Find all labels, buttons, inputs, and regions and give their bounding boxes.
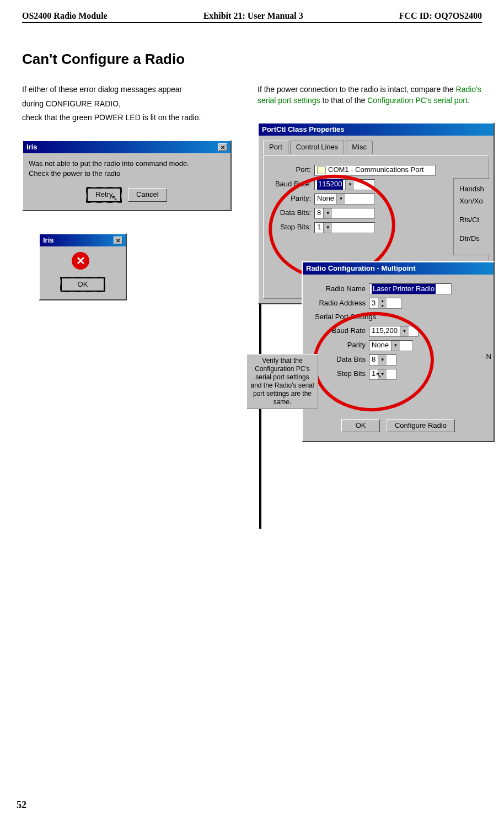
portctl-title: PortCtl Class Properties xyxy=(262,125,345,135)
port-value: COM1 - Communications Port xyxy=(328,165,423,175)
error-dialog-2-title: Iris xyxy=(43,235,54,245)
spinner-icon[interactable]: ▲▼ xyxy=(378,298,387,308)
xonxoff-label: Xon/Xo xyxy=(459,196,489,206)
right-intro-post: . xyxy=(468,96,470,105)
radio-stop-bits-label: Stop Bits xyxy=(319,369,369,379)
note-line-4: and the Radio's serial xyxy=(248,382,317,390)
left-paragraph-2: during CONFIGURE RADIO, xyxy=(22,99,246,110)
radio-address-value: 3 xyxy=(372,298,376,308)
link-pc-serial-port[interactable]: Configuration PC's serial port xyxy=(367,96,468,105)
page-number: 52 xyxy=(17,799,26,811)
error-dialog-2: Iris ✕ ✕ OK xyxy=(39,233,127,300)
radio-data-bits-value: 8 xyxy=(372,354,376,364)
section-title: Can't Configure a Radio xyxy=(22,51,482,68)
tab-port[interactable]: Port xyxy=(263,141,288,153)
radio-baud-combo[interactable]: 115,200 ▼ xyxy=(369,326,419,337)
portctl-titlebar[interactable]: PortCtl Class Properties xyxy=(259,123,494,136)
error-dialog-2-titlebar[interactable]: Iris ✕ xyxy=(40,234,126,246)
left-paragraph-1: If either of these error dialog messages… xyxy=(22,84,246,95)
configure-radio-button[interactable]: Configure Radio xyxy=(387,419,455,432)
chevron-down-icon[interactable]: ▼ xyxy=(400,326,409,336)
stop-bits-label: Stop Bits: xyxy=(269,222,314,232)
port-icon xyxy=(317,166,326,174)
chevron-down-icon[interactable]: ▼ xyxy=(323,223,332,233)
tab-misc[interactable]: Misc xyxy=(346,141,373,153)
radio-stop-bits-combo[interactable]: 1 ▼ xyxy=(369,369,396,380)
page-header: OS2400 Radio Module Exhibit 21: User Man… xyxy=(22,11,482,23)
note-line-1: Verify that the xyxy=(248,357,317,365)
note-line-3: serial port settings xyxy=(248,373,317,382)
close-icon[interactable]: ✕ xyxy=(218,143,227,151)
baud-label: Baud Rate: xyxy=(269,179,314,189)
left-paragraph-3: check that the green POWER LED is lit on… xyxy=(22,112,246,123)
error-dialog-1-msg1: Was not able to put the radio into comma… xyxy=(29,159,225,169)
right-mode-label: N xyxy=(486,352,491,362)
radio-data-bits-combo[interactable]: 8 ▼ xyxy=(369,354,396,366)
right-intro-mid: to that of the xyxy=(320,96,368,105)
note-line-5: port settings are the xyxy=(248,390,317,398)
error-dialog-1-msg2: Check the power to the radio xyxy=(29,169,225,179)
data-bits-value: 8 xyxy=(317,208,321,218)
port-combo[interactable]: COM1 - Communications Port xyxy=(314,165,436,176)
baud-combo[interactable]: 115200 ▼ xyxy=(314,179,375,190)
radio-address-label: Radio Address xyxy=(308,298,369,308)
chevron-down-icon[interactable]: ▼ xyxy=(345,180,354,190)
chevron-down-icon[interactable]: ▼ xyxy=(336,194,345,204)
chevron-down-icon[interactable]: ▼ xyxy=(323,208,332,218)
right-intro: If the power connection to the radio is … xyxy=(258,84,482,106)
rtscts-label: Rts/Ct xyxy=(459,215,489,225)
right-intro-pre: If the power connection to the radio is … xyxy=(258,85,456,94)
radio-address-field[interactable]: 3 ▲▼ xyxy=(369,298,402,309)
baud-value: 115200 xyxy=(317,179,343,189)
error-dialog-1: Iris ✕ Was not able to put the radio int… xyxy=(22,140,232,211)
header-center: Exhibit 21: User Manual 3 xyxy=(203,11,303,21)
ok-button[interactable]: OK xyxy=(341,419,380,432)
chevron-down-icon[interactable]: ▼ xyxy=(378,355,387,365)
parity-value: None xyxy=(317,194,334,203)
close-icon[interactable]: ✕ xyxy=(114,237,122,244)
error-dialog-1-title: Iris xyxy=(26,142,37,152)
note-line-2: Configuration PC's xyxy=(248,365,317,373)
stop-bits-value: 1 xyxy=(317,222,321,232)
radio-data-bits-label: Data Bits xyxy=(319,354,369,364)
chevron-down-icon[interactable]: ▼ xyxy=(391,341,400,351)
header-left: OS2400 Radio Module xyxy=(22,11,108,21)
data-bits-label: Data Bits: xyxy=(269,208,314,218)
cancel-button[interactable]: Cancel xyxy=(128,188,167,201)
serial-port-settings-group: Serial Port Settings xyxy=(315,312,488,322)
stop-bits-combo[interactable]: 1 ▼ xyxy=(314,222,375,233)
note-line-6: same. xyxy=(248,398,317,406)
parity-label: Parity: xyxy=(269,194,314,203)
handshake-label: Handsh xyxy=(459,184,489,194)
port-label: Port: xyxy=(269,165,314,175)
radio-parity-label: Parity xyxy=(319,340,369,350)
verify-note: Verify that the Configuration PC's seria… xyxy=(246,354,318,409)
tab-control-lines[interactable]: Control Lines xyxy=(290,141,345,153)
radio-parity-combo[interactable]: None ▼ xyxy=(369,340,413,351)
radio-config-titlebar[interactable]: Radio Configuration - Multipoint xyxy=(303,262,494,275)
parity-combo[interactable]: None ▼ xyxy=(314,194,375,205)
error-dialog-1-titlebar[interactable]: Iris ✕ xyxy=(23,141,230,153)
radio-name-label: Radio Name xyxy=(308,284,369,294)
dtrdsr-label: Dtr/Ds xyxy=(459,234,489,244)
data-bits-combo[interactable]: 8 ▼ xyxy=(314,208,375,219)
radio-parity-value: None xyxy=(372,340,389,350)
radio-name-field[interactable]: Laser Printer Radio xyxy=(369,283,452,294)
cursor-icon: ↖ xyxy=(111,193,118,204)
radio-config-dialog: Radio Configuration - Multipoint Radio N… xyxy=(302,261,495,442)
radio-baud-value: 115,200 xyxy=(372,326,398,336)
radio-name-value: Laser Printer Radio xyxy=(372,284,436,294)
error-icon: ✕ xyxy=(72,252,89,270)
ok-button[interactable]: OK xyxy=(61,277,105,292)
header-right: FCC ID: OQ7OS2400 xyxy=(399,11,482,21)
radio-baud-label: Baud Rate xyxy=(319,326,369,336)
radio-config-title: Radio Configuration - Multipoint xyxy=(306,264,416,273)
cursor-icon: ↖ xyxy=(376,370,382,381)
